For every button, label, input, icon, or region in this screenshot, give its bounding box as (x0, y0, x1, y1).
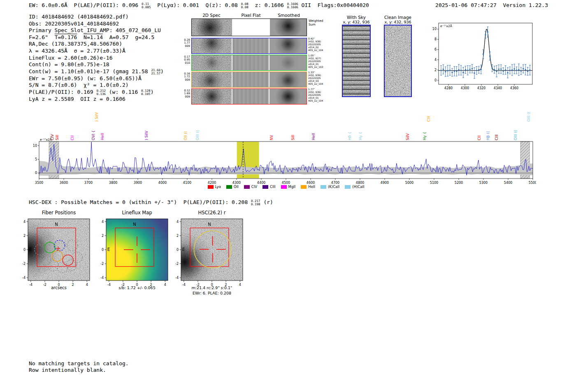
source-blob (192, 19, 232, 36)
svg-text:4: 4 (164, 283, 166, 287)
compass-east-label: E (107, 247, 110, 252)
text-segment: Primary Spec_Slot_IFU_AMP: 405_072_060_L… (29, 27, 161, 33)
fiber-circle (52, 251, 63, 261)
fiber-row-left-stats: 0.281.77009 (179, 39, 190, 48)
sup-sub-value: 0.1280.105 (141, 89, 151, 96)
footer-line-2: Row intentionally blank. (29, 367, 106, 374)
hsc-dex-line: HSC-DEX : Possible Matches = 0 (within +… (29, 199, 273, 206)
full-spectrum-chart: 3500360037003800390040004100420043004400… (29, 138, 536, 190)
legend-label: MgII (288, 185, 296, 189)
svg-text:4340: 4340 (494, 86, 502, 90)
info-line: Primary Spec_Slot_IFU_AMP: 405_072_060_L… (29, 27, 164, 34)
fiber-row-right-meta: 1.05"(432, 927)20220305v014_01405_LU_103 (308, 54, 330, 69)
info-line: RA,Dec (178.387375,48.506760) (29, 41, 164, 48)
emission-line-label: OII (( (183, 131, 188, 140)
text-segment: P(LAE)/P(OII): 0.169 (29, 89, 96, 95)
cutout-cell (269, 38, 307, 53)
lineflux-map-overlay: -4-4-2-2002244NE (95, 217, 173, 289)
detection-info-block: ID: 4018484692 (4018484692.pdf)Obs: 2022… (29, 14, 164, 102)
info-line: P(LAE)/P(OII): 0.169 0.2120.136 (w: 0.11… (29, 89, 164, 96)
sup-sub-value: 0.2170.198 (251, 199, 260, 206)
text-segment: F=2.6" (29, 34, 55, 40)
svg-text:4800: 4800 (356, 181, 364, 185)
fiber-row-left-stats: 0.170.95010 (179, 56, 190, 65)
cutout-cell (233, 19, 269, 36)
svg-text:10: 10 (33, 144, 37, 148)
legend-item: Lyα (208, 185, 221, 189)
source-blob (192, 38, 232, 53)
svg-text:0: 0 (434, 79, 437, 82)
fiber-circle (35, 244, 45, 255)
info-line: Cont(w) = 1.10(±0.01)e-17 (gmag 21.58 21… (29, 68, 164, 75)
legend-swatch (345, 185, 351, 189)
fiber-row-left-stats: 0.161.72009 (179, 72, 190, 81)
svg-text:0: 0 (35, 171, 37, 175)
cutout-cell (192, 89, 232, 104)
emission-line-label: CII (477, 135, 481, 140)
svg-text:4: 4 (239, 283, 241, 287)
source-blob (269, 89, 307, 104)
svg-text:2: 2 (23, 234, 26, 238)
fiber-circle (63, 255, 73, 266)
fiber-positions-overlay: -4-4-2-2002244NE (16, 217, 95, 289)
cutout-cell (269, 72, 307, 87)
svg-text:-2: -2 (196, 283, 200, 287)
emission-line-label: Hβ (( (486, 131, 490, 140)
cleanimage-image (384, 25, 412, 97)
svg-text:3800: 3800 (109, 181, 117, 185)
text-segment: RA,Dec (178.387375,48.506760) (29, 41, 122, 47)
cutout-cell (269, 55, 307, 70)
compass-north-label: N (55, 222, 58, 227)
info-line: ID: 4018484692 (4018484692.pdf) (29, 14, 164, 21)
svg-text:-2: -2 (175, 262, 179, 266)
cutout-cell (232, 38, 269, 53)
svg-text:0: 0 (23, 248, 26, 252)
svg-text:2: 2 (177, 234, 179, 238)
svg-text:6: 6 (434, 48, 437, 51)
svg-text:8: 8 (434, 37, 437, 41)
svg-text:4280: 4280 (444, 86, 453, 90)
summary-header-line: EW: 6.0±0.6Å P(LAE)/P(OII): 0.096 0.110.… (29, 2, 369, 9)
cutout-col-header: Pixel Flat (241, 13, 260, 18)
cutout-cell (232, 72, 269, 87)
svg-text:4300: 4300 (232, 181, 241, 185)
emission-line-label: HeII (311, 133, 316, 140)
compass-north-label: N (133, 222, 136, 227)
cutout-row-weighted (191, 19, 307, 36)
cutout-cell (232, 89, 269, 104)
emission-line-label: SiII (291, 135, 295, 140)
error-band (39, 161, 533, 176)
legend-label: CIV (251, 185, 257, 189)
emission-line-label: Hδ { (348, 132, 352, 140)
fiber-positions-title: Fiber Positions (42, 210, 76, 216)
svg-text:4600: 4600 (307, 181, 315, 185)
text-segment: P(Lyα): 0.001 Q(z): 0.08 (151, 2, 241, 8)
svg-text:0: 0 (211, 283, 213, 287)
source-blob (269, 55, 307, 70)
svg-text:-4: -4 (29, 283, 33, 287)
svg-text:-2: -2 (100, 262, 104, 266)
legend-swatch (301, 185, 307, 189)
svg-text:4900: 4900 (381, 181, 389, 185)
emission-line-label: CIV (50, 134, 54, 140)
svg-text:3600: 3600 (60, 181, 68, 185)
ifu-footprint-square (37, 228, 76, 267)
emission-line-label: CII (70, 135, 74, 140)
text-segment: EW: 6.0±0.6Å P(LAE)/P(OII): 0.096 (29, 2, 142, 8)
withsky-coords: x, y: 432, 936 (343, 20, 369, 24)
svg-text:5200: 5200 (455, 181, 463, 185)
svg-text:0: 0 (58, 283, 60, 287)
legend-item: CIV (244, 185, 257, 189)
withsky-title: With Sky (347, 15, 366, 20)
text-segment: LineFlux = 2.60(±0.26)e-16 (29, 55, 113, 61)
text-segment: ) (160, 68, 164, 74)
legend-label: OII (234, 185, 239, 189)
weighted-sum-label: WeightedSum (309, 19, 323, 26)
info-line: S/N = 8.7(±0.6) χ² = 1.0(±0.2) (29, 82, 164, 89)
withsky-image (342, 25, 371, 97)
svg-text:3900: 3900 (134, 181, 142, 185)
text-segment: EWr = 7.50(±0.95) (w: 6.50(±0.65))Å (29, 75, 142, 81)
text-segment: A=0.57 g=24.5 (103, 34, 154, 40)
legend-item: MgII (281, 185, 296, 189)
svg-text:0: 0 (177, 248, 179, 252)
